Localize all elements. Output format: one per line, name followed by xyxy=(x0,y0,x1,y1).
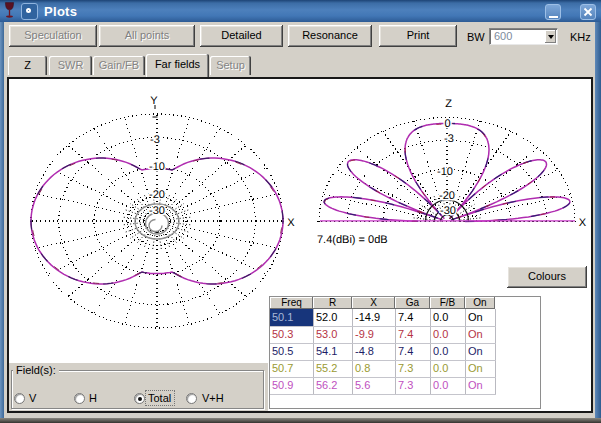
svg-text:X: X xyxy=(579,217,587,229)
svg-text:X: X xyxy=(287,217,295,229)
svg-text:-30: -30 xyxy=(440,205,456,217)
svg-text:7.4(dBi) = 0dB: 7.4(dBi) = 0dB xyxy=(317,234,388,246)
svg-text:Y: Y xyxy=(150,95,158,107)
svg-text:-10: -10 xyxy=(437,166,453,178)
svg-text:-3: -3 xyxy=(150,134,160,146)
svg-text:-10: -10 xyxy=(149,161,165,173)
svg-text:Z: Z xyxy=(445,98,452,110)
svg-text:-20: -20 xyxy=(149,189,165,201)
svg-text:0: 0 xyxy=(444,118,450,130)
svg-text:-3: -3 xyxy=(444,133,454,145)
svg-text:-30: -30 xyxy=(149,205,165,217)
svg-text:-20: -20 xyxy=(439,190,455,202)
